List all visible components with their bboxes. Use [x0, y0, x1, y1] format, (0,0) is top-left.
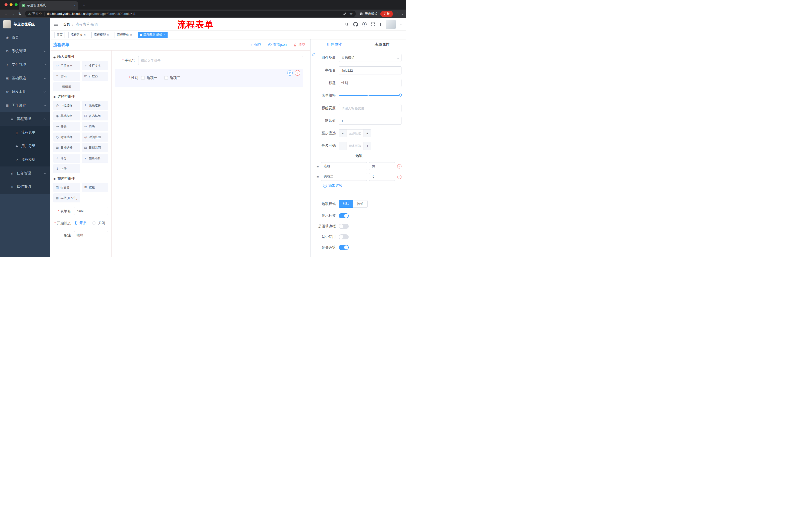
palette-item-date-picker[interactable]: ▦日期选择 — [53, 143, 80, 152]
tag-close-icon[interactable]: × — [107, 33, 109, 37]
reload-icon[interactable]: ↻ — [17, 10, 23, 17]
form-remark-textarea[interactable]: 嘿嘿 — [74, 231, 108, 245]
field-name-input[interactable] — [339, 66, 402, 75]
phone-input[interactable] — [138, 56, 303, 65]
view-json-button[interactable]: 查看json — [268, 43, 287, 47]
label-width-input[interactable] — [339, 104, 402, 112]
link-icon[interactable] — [312, 53, 316, 57]
sidebar-item-infrastructure[interactable]: ▣ 基础设施 — [0, 72, 50, 85]
new-tab-button[interactable]: + — [80, 2, 87, 9]
tag-close-icon[interactable]: × — [84, 33, 86, 37]
sidebar-item-workflow[interactable]: ▤ 工作流程 — [0, 99, 50, 112]
remove-option-button[interactable]: − — [397, 175, 402, 179]
palette-item-password[interactable]: **密码 — [53, 72, 80, 81]
drag-handle-icon[interactable]: ≡ — [317, 164, 319, 168]
option-style-default-button[interactable]: 默认 — [339, 200, 353, 208]
forward-icon[interactable]: → — [9, 10, 16, 17]
fullscreen-icon[interactable] — [371, 22, 375, 26]
remove-option-button[interactable]: − — [397, 164, 402, 168]
tag-close-icon[interactable]: × — [164, 33, 165, 37]
sidebar-item-home[interactable]: ◉ 首页 — [0, 31, 50, 44]
tag-process-form-edit[interactable]: 流程表单-编辑 × — [138, 32, 168, 38]
tab-close-icon[interactable]: × — [74, 3, 76, 7]
palette-item-editor[interactable]: 编辑器 — [53, 82, 80, 91]
tag-process-model[interactable]: 流程模型 × — [91, 32, 111, 38]
border-toggle[interactable] — [339, 224, 349, 229]
palette-item-cascader[interactable]: ⋔级联选择 — [82, 101, 109, 110]
field-gender-selected[interactable]: 性别 选项一 选项二 — [115, 69, 303, 87]
tab-component-props[interactable]: 组件属性 — [311, 39, 358, 50]
save-button[interactable]: ✓ 保存 — [250, 43, 262, 47]
status-on-radio[interactable]: 开启 — [74, 221, 86, 225]
drag-handle-icon[interactable]: ≡ — [317, 175, 319, 179]
sidebar-item-payment[interactable]: ¥ 支付管理 — [0, 58, 50, 72]
option-1-value-input[interactable] — [369, 162, 395, 170]
palette-item-multi-line-text[interactable]: ≡多行文本 — [82, 61, 109, 70]
help-icon[interactable]: ? — [362, 22, 367, 26]
tab-form-props[interactable]: 表单属性 — [358, 39, 406, 50]
disabled-toggle[interactable] — [339, 234, 349, 239]
search-icon[interactable] — [344, 22, 349, 27]
decrease-button[interactable]: − — [339, 130, 346, 137]
font-size-icon[interactable]: T — [379, 22, 382, 27]
key-icon[interactable] — [343, 12, 346, 16]
palette-item-checkbox-group[interactable]: ☑多选框组 — [82, 111, 109, 120]
tag-home[interactable]: 首页 — [54, 32, 65, 38]
palette-item-upload[interactable]: ↥上传 — [53, 164, 80, 173]
grid-slider[interactable] — [339, 91, 402, 100]
sidebar-item-devtools[interactable]: ⚒ 研发工具 — [0, 85, 50, 99]
form-canvas[interactable]: 手机号 — [112, 51, 310, 257]
zoom-window-button[interactable] — [14, 3, 18, 6]
palette-item-time-picker[interactable]: ◷时间选择 — [53, 133, 80, 141]
max-select-value[interactable]: 最多可选 — [346, 142, 364, 150]
increase-button[interactable]: + — [364, 130, 371, 137]
tag-close-icon[interactable]: × — [130, 33, 132, 37]
avatar[interactable] — [386, 20, 396, 29]
option-style-button-button[interactable]: 按钮 — [353, 200, 368, 208]
palette-item-counter[interactable]: 123计数器 — [82, 72, 109, 81]
close-window-button[interactable] — [4, 3, 7, 6]
option-1-label-input[interactable] — [321, 162, 367, 170]
title-input[interactable] — [339, 79, 402, 87]
show-label-toggle[interactable] — [339, 213, 349, 218]
field-phone[interactable]: 手机号 — [115, 56, 303, 65]
sidebar-item-leave-query[interactable]: ☺ 请假查询 — [0, 180, 50, 194]
palette-item-time-range[interactable]: ◶时间范围 — [82, 133, 109, 141]
delete-field-button[interactable] — [295, 70, 300, 76]
copy-field-button[interactable] — [287, 70, 293, 76]
palette-item-rate[interactable]: ☆评分 — [53, 154, 80, 163]
palette-item-date-range[interactable]: ▤日期范围 — [82, 143, 109, 152]
sidebar-item-process-model[interactable]: ↗ 流程模型 — [0, 153, 50, 166]
gender-option-1-checkbox[interactable]: 选项一 — [141, 76, 157, 80]
back-icon[interactable]: ← — [2, 10, 9, 17]
security-label[interactable]: 不安全 — [32, 12, 42, 16]
toolbar-expand-icon[interactable] — [401, 13, 403, 15]
slider-handle[interactable] — [399, 93, 402, 97]
palette-item-table[interactable]: ▩表格[开发中] — [53, 193, 80, 202]
palette-item-slider[interactable]: ─●滑块 — [82, 122, 109, 131]
clear-button[interactable]: 清空 — [293, 43, 305, 47]
minimize-window-button[interactable] — [9, 3, 12, 6]
status-off-radio[interactable]: 关闭 — [92, 221, 105, 225]
option-2-label-input[interactable] — [321, 173, 367, 181]
address-bar[interactable]: ⚠ 不安全 dashboard.yudao.iocoder.cn/bpm/man… — [25, 10, 356, 17]
required-toggle[interactable] — [339, 245, 349, 250]
palette-item-button[interactable]: ⊡按钮 — [82, 183, 109, 192]
sidebar-item-process-form[interactable]: ▯ 流程表单 — [0, 126, 50, 139]
github-icon[interactable] — [353, 22, 358, 27]
palette-item-radio-group[interactable]: ◉单选框组 — [53, 111, 80, 120]
option-2-value-input[interactable] — [369, 173, 395, 181]
tag-process-form[interactable]: 流程表单 × — [115, 32, 134, 38]
palette-item-color-picker[interactable]: ◐颜色选择 — [82, 154, 109, 163]
component-type-select[interactable]: 多选框组 — [339, 54, 402, 62]
palette-item-switch[interactable]: ⊶开关 — [53, 122, 80, 131]
hamburger-icon[interactable] — [54, 22, 59, 27]
add-option-button[interactable]: + 添加选项 — [323, 183, 402, 188]
increase-button[interactable]: + — [364, 142, 371, 150]
tag-process-definition[interactable]: 流程定义 × — [68, 32, 88, 38]
breadcrumb-home[interactable]: 首页 — [63, 22, 70, 27]
form-name-input[interactable] — [74, 207, 108, 215]
bookmark-star-icon[interactable]: ☆ — [349, 11, 353, 16]
min-select-value[interactable]: 至少应选 — [346, 130, 364, 137]
sidebar-item-process-management[interactable]: ≣ 流程管理 — [0, 112, 50, 126]
